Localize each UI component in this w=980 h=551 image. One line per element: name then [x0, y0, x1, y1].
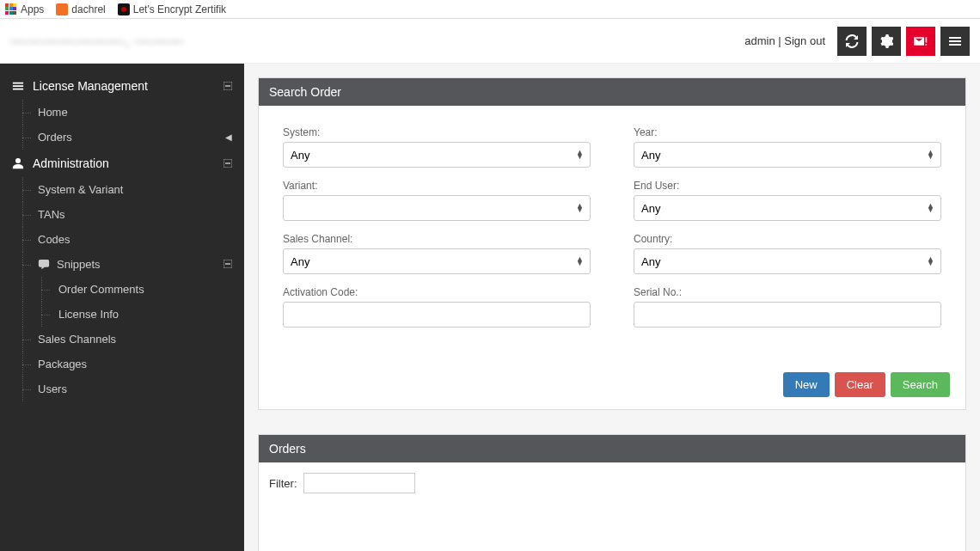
search-buttons: New Clear Search [259, 360, 965, 409]
sidebar-item-license-info[interactable]: License Info [0, 302, 244, 327]
collapse-icon [224, 258, 232, 271]
label: Users [38, 383, 67, 395]
filter-row: Filter: [259, 462, 965, 504]
inbox-button[interactable] [906, 27, 935, 56]
country-select[interactable]: Any [634, 248, 941, 274]
apps-button[interactable]: Apps [5, 3, 44, 15]
system-label: System: [283, 126, 591, 138]
saleschannel-label: Sales Channel: [283, 233, 591, 245]
main-content: Search Order System: Any▲▼ Year: Any▲▼ V… [244, 64, 980, 551]
system-select[interactable]: Any [283, 142, 591, 168]
filter-input[interactable] [303, 473, 415, 493]
sidebar-item-system-variant[interactable]: System & Variant [0, 177, 244, 202]
envelope-alert-icon [914, 34, 928, 48]
section-title: License Management [33, 79, 148, 93]
sidebar: License Management Home Orders◀ Administ… [0, 64, 244, 551]
favicon [118, 3, 130, 15]
label: System & Variant [38, 183, 123, 196]
apps-grid-icon [5, 3, 17, 15]
label: License Info [58, 308, 119, 321]
section-title: Administration [33, 156, 109, 170]
caret-left-icon: ◀ [225, 132, 232, 142]
enduser-select[interactable]: Any [634, 195, 941, 221]
country-label: Country: [634, 233, 941, 245]
comments-icon [38, 259, 50, 271]
signout-link[interactable]: Sign out [784, 34, 825, 47]
sidebar-item-sales-channels[interactable]: Sales Channels [0, 327, 244, 352]
sidebar-item-packages[interactable]: Packages [0, 352, 244, 377]
panel-title: Orders [259, 435, 965, 462]
label: Packages [38, 358, 87, 370]
sidebar-item-orders[interactable]: Orders◀ [0, 125, 244, 150]
sidebar-section-license[interactable]: License Management [0, 72, 244, 100]
favicon [56, 3, 68, 15]
refresh-button[interactable] [837, 27, 867, 56]
sidebar-item-codes[interactable]: Codes [0, 227, 244, 252]
sidebar-item-users[interactable]: Users [0, 377, 244, 401]
gear-icon [879, 34, 893, 48]
search-order-panel: Search Order System: Any▲▼ Year: Any▲▼ V… [258, 77, 966, 410]
topbar-right: admin | Sign out [744, 27, 970, 56]
user-icon [12, 157, 24, 169]
year-label: Year: [634, 126, 941, 138]
bookmark-dachrel[interactable]: dachrel [56, 3, 105, 15]
variant-label: Variant: [283, 180, 591, 192]
refresh-icon [845, 34, 859, 48]
filter-label: Filter: [269, 477, 297, 490]
serial-input[interactable] [634, 302, 941, 328]
label: Order Comments [58, 283, 144, 296]
separator: | [775, 34, 785, 47]
brand-blurred: ———————, ——— [10, 32, 184, 50]
label: Home [38, 106, 68, 119]
apps-label: Apps [21, 3, 44, 15]
new-button[interactable]: New [783, 372, 830, 397]
list-icon [12, 80, 24, 92]
activation-input[interactable] [283, 302, 591, 328]
label: Orders [38, 131, 72, 144]
sidebar-item-home[interactable]: Home [0, 100, 244, 125]
bookmark-label: dachrel [71, 3, 105, 15]
svg-rect-5 [225, 263, 230, 265]
collapse-icon [224, 156, 232, 170]
orders-panel: Orders Filter: [258, 434, 966, 551]
sidebar-item-tans[interactable]: TANs [0, 202, 244, 227]
sidebar-item-snippets[interactable]: Snippets [0, 252, 244, 277]
svg-rect-3 [225, 162, 230, 164]
label: Snippets [57, 258, 101, 271]
panel-title: Search Order [259, 78, 965, 106]
bookmark-label: Let's Encrypt Zertifik [133, 3, 226, 15]
label: Codes [38, 233, 70, 246]
activation-label: Activation Code: [283, 286, 591, 298]
enduser-label: End User: [634, 180, 941, 192]
hamburger-icon [948, 34, 962, 48]
label: Sales Channels [38, 333, 116, 346]
browser-bookmarks-bar: Apps dachrel Let's Encrypt Zertifik [0, 0, 980, 19]
menu-button[interactable] [940, 27, 970, 56]
search-button[interactable]: Search [891, 372, 950, 397]
collapse-icon [224, 79, 232, 93]
year-select[interactable]: Any [634, 142, 941, 168]
user-signout-text: admin | Sign out [744, 34, 825, 47]
topbar: ———————, ——— admin | Sign out [0, 19, 980, 64]
svg-rect-1 [225, 85, 230, 87]
bookmark-letsencrypt[interactable]: Let's Encrypt Zertifik [118, 3, 226, 15]
clear-button[interactable]: Clear [835, 372, 885, 397]
sidebar-section-admin[interactable]: Administration [0, 150, 244, 177]
user-label: admin [744, 34, 775, 47]
label: TANs [38, 208, 65, 221]
serial-label: Serial No.: [634, 286, 941, 298]
sidebar-item-order-comments[interactable]: Order Comments [0, 277, 244, 302]
settings-button[interactable] [872, 27, 901, 56]
saleschannel-select[interactable]: Any [283, 248, 591, 274]
variant-select[interactable] [283, 195, 591, 221]
